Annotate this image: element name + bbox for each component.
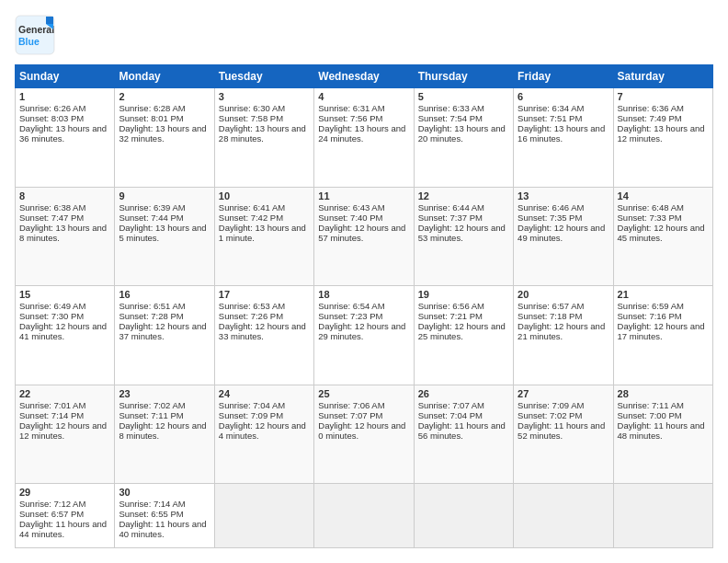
sunset-label: Sunset: 7:07 PM <box>318 410 382 420</box>
day-number: 9 <box>119 190 210 201</box>
sunset-label: Sunset: 7:11 PM <box>119 410 183 420</box>
daylight-label: Daylight: 13 hours and 36 minutes. <box>19 123 107 144</box>
sunset-label: Sunset: 7:30 PM <box>19 311 84 321</box>
calendar-header-row: Sunday Monday Tuesday Wednesday Thursday… <box>16 65 713 88</box>
day-number: 14 <box>618 190 709 201</box>
col-saturday: Saturday <box>613 65 712 88</box>
daylight-label: Daylight: 13 hours and 28 minutes. <box>219 123 306 144</box>
daylight-label: Daylight: 12 hours and 45 minutes. <box>618 223 705 243</box>
sunset-label: Sunset: 7:04 PM <box>418 410 483 420</box>
daylight-label: Daylight: 11 hours and 40 minutes. <box>119 519 206 539</box>
sunrise-label: Sunrise: 6:59 AM <box>618 301 684 311</box>
table-row: 27 Sunrise: 7:09 AM Sunset: 7:02 PM Dayl… <box>514 385 613 484</box>
daylight-label: Daylight: 11 hours and 56 minutes. <box>418 420 506 441</box>
sunrise-label: Sunrise: 7:12 AM <box>19 499 85 509</box>
week-row: 29 Sunrise: 7:12 AM Sunset: 6:57 PM Dayl… <box>16 484 713 548</box>
day-number: 20 <box>518 289 609 300</box>
sunrise-label: Sunrise: 6:57 AM <box>518 301 584 311</box>
day-number: 7 <box>618 91 709 102</box>
sunset-label: Sunset: 7:16 PM <box>618 311 682 321</box>
sunrise-label: Sunrise: 6:31 AM <box>318 103 384 113</box>
daylight-label: Daylight: 12 hours and 37 minutes. <box>119 321 206 341</box>
svg-text:Blue: Blue <box>18 36 40 47</box>
col-tuesday: Tuesday <box>214 65 313 88</box>
day-number: 25 <box>318 388 409 399</box>
table-row: 20 Sunrise: 6:57 AM Sunset: 7:18 PM Dayl… <box>514 286 613 385</box>
empty-cell <box>514 484 613 548</box>
week-row: 8 Sunrise: 6:38 AM Sunset: 7:47 PM Dayli… <box>16 187 713 286</box>
col-friday: Friday <box>514 65 613 88</box>
sunset-label: Sunset: 7:58 PM <box>219 113 283 123</box>
table-row: 15 Sunrise: 6:49 AM Sunset: 7:30 PM Dayl… <box>16 286 115 385</box>
day-number: 18 <box>318 289 409 300</box>
sunrise-label: Sunrise: 7:14 AM <box>119 499 185 509</box>
logo: General Blue <box>15 15 55 55</box>
table-row: 1 Sunrise: 6:26 AM Sunset: 8:03 PM Dayli… <box>16 88 115 188</box>
daylight-label: Daylight: 12 hours and 57 minutes. <box>318 223 405 243</box>
daylight-label: Daylight: 12 hours and 0 minutes. <box>318 420 405 441</box>
sunrise-label: Sunrise: 7:02 AM <box>119 400 185 410</box>
sunrise-label: Sunrise: 6:39 AM <box>119 202 185 213</box>
col-wednesday: Wednesday <box>314 65 414 88</box>
day-number: 29 <box>19 487 110 498</box>
sunset-label: Sunset: 7:26 PM <box>219 311 283 321</box>
daylight-label: Daylight: 12 hours and 12 minutes. <box>19 420 107 441</box>
sunrise-label: Sunrise: 6:30 AM <box>219 103 285 113</box>
sunrise-label: Sunrise: 7:01 AM <box>19 400 85 410</box>
sunrise-label: Sunrise: 7:06 AM <box>318 400 384 410</box>
daylight-label: Daylight: 13 hours and 5 minutes. <box>119 223 206 243</box>
sunset-label: Sunset: 6:55 PM <box>119 509 183 519</box>
sunset-label: Sunset: 7:18 PM <box>518 311 582 321</box>
empty-cell <box>214 484 313 548</box>
daylight-label: Daylight: 11 hours and 44 minutes. <box>19 519 107 539</box>
table-row: 3 Sunrise: 6:30 AM Sunset: 7:58 PM Dayli… <box>214 88 313 188</box>
daylight-label: Daylight: 13 hours and 12 minutes. <box>618 123 705 144</box>
daylight-label: Daylight: 12 hours and 25 minutes. <box>418 321 506 341</box>
header: General Blue <box>15 15 713 55</box>
week-row: 15 Sunrise: 6:49 AM Sunset: 7:30 PM Dayl… <box>16 286 713 385</box>
table-row: 18 Sunrise: 6:54 AM Sunset: 7:23 PM Dayl… <box>314 286 414 385</box>
page: General Blue Sunday Monday Tuesday Wedne… <box>0 0 728 563</box>
day-number: 8 <box>19 190 110 201</box>
week-row: 22 Sunrise: 7:01 AM Sunset: 7:14 PM Dayl… <box>16 385 713 484</box>
day-number: 1 <box>19 91 110 102</box>
day-number: 21 <box>618 289 709 300</box>
sunrise-label: Sunrise: 6:34 AM <box>518 103 584 113</box>
sunset-label: Sunset: 7:00 PM <box>618 410 682 420</box>
daylight-label: Daylight: 13 hours and 24 minutes. <box>318 123 405 144</box>
daylight-label: Daylight: 13 hours and 32 minutes. <box>119 123 206 144</box>
sunset-label: Sunset: 7:33 PM <box>618 213 682 223</box>
col-thursday: Thursday <box>414 65 513 88</box>
sunset-label: Sunset: 7:14 PM <box>19 410 84 420</box>
sunset-label: Sunset: 7:02 PM <box>518 410 582 420</box>
sunrise-label: Sunrise: 6:28 AM <box>119 103 185 113</box>
day-number: 3 <box>219 91 310 102</box>
table-row: 16 Sunrise: 6:51 AM Sunset: 7:28 PM Dayl… <box>115 286 214 385</box>
sunset-label: Sunset: 7:23 PM <box>318 311 382 321</box>
daylight-label: Daylight: 12 hours and 41 minutes. <box>19 321 107 341</box>
sunrise-label: Sunrise: 6:56 AM <box>418 301 484 311</box>
table-row: 7 Sunrise: 6:36 AM Sunset: 7:49 PM Dayli… <box>613 88 712 188</box>
table-row: 12 Sunrise: 6:44 AM Sunset: 7:37 PM Dayl… <box>414 187 513 286</box>
day-number: 2 <box>119 91 210 102</box>
day-number: 27 <box>518 388 609 399</box>
table-row: 13 Sunrise: 6:46 AM Sunset: 7:35 PM Dayl… <box>514 187 613 286</box>
sunset-label: Sunset: 7:35 PM <box>518 213 582 223</box>
sunrise-label: Sunrise: 6:48 AM <box>618 202 684 213</box>
week-row: 1 Sunrise: 6:26 AM Sunset: 8:03 PM Dayli… <box>16 88 713 188</box>
table-row: 24 Sunrise: 7:04 AM Sunset: 7:09 PM Dayl… <box>214 385 313 484</box>
sunset-label: Sunset: 6:57 PM <box>19 509 84 519</box>
col-sunday: Sunday <box>16 65 115 88</box>
table-row: 4 Sunrise: 6:31 AM Sunset: 7:56 PM Dayli… <box>314 88 414 188</box>
day-number: 5 <box>418 91 509 102</box>
daylight-label: Daylight: 12 hours and 53 minutes. <box>418 223 506 243</box>
day-number: 22 <box>19 388 110 399</box>
sunset-label: Sunset: 7:09 PM <box>219 410 283 420</box>
day-number: 23 <box>119 388 210 399</box>
sunset-label: Sunset: 7:44 PM <box>119 213 183 223</box>
day-number: 10 <box>219 190 310 201</box>
empty-cell <box>414 484 513 548</box>
table-row: 30 Sunrise: 7:14 AM Sunset: 6:55 PM Dayl… <box>115 484 214 548</box>
sunrise-label: Sunrise: 6:53 AM <box>219 301 285 311</box>
sunset-label: Sunset: 7:47 PM <box>19 213 84 223</box>
